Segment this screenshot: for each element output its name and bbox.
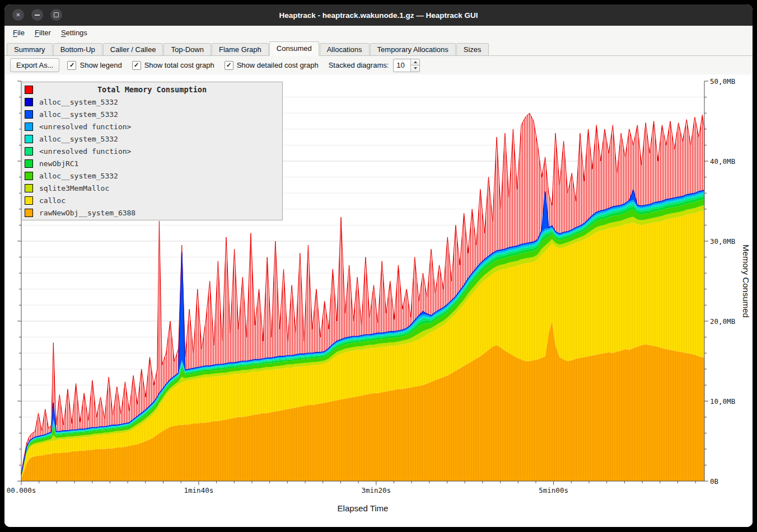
legend-label: <unresolved function> xyxy=(39,147,131,156)
chevron-down-icon xyxy=(414,67,417,69)
x-tick-label: 1min40s xyxy=(184,486,214,495)
chart-legend: Total Memory Consumptionalloc__system_53… xyxy=(21,82,283,220)
legend-label: alloc__system_5332 xyxy=(39,110,118,119)
chart-area: 0B10,0MB20,0MB30,0MB40,0MB50,0MB00.000s1… xyxy=(4,74,753,527)
spin-up-button[interactable] xyxy=(410,59,419,65)
checkbox-label: Show detailed cost graph xyxy=(237,61,319,69)
checkbox-box[interactable]: ✓ xyxy=(67,61,76,70)
tab-summary[interactable]: Summary xyxy=(7,43,53,55)
heaptrack-window: ✕ Heaptrack - heaptrack.wakunode.1.gz — … xyxy=(4,4,753,527)
legend-title-row: Total Memory Consumption xyxy=(22,83,282,96)
tab-temporary-allocations[interactable]: Temporary Allocations xyxy=(370,43,456,55)
legend-swatch-icon xyxy=(25,184,33,192)
legend-item: alloc__system_5332 xyxy=(22,170,282,182)
y-axis-title: Memory Consumed xyxy=(741,244,751,318)
checkbox-show-legend[interactable]: ✓Show legend xyxy=(67,61,122,70)
stacked-diagrams-label: Stacked diagrams: xyxy=(329,61,389,69)
checkbox-label: Show legend xyxy=(80,61,122,69)
x-tick-label: 5min00s xyxy=(539,486,568,495)
legend-label: alloc__system_5332 xyxy=(39,98,118,106)
legend-swatch-icon xyxy=(25,172,33,180)
y-tick-label: 30,0MB xyxy=(710,237,735,246)
toolbar-checkboxes: ✓Show legend✓Show total cost graph✓Show … xyxy=(67,61,318,70)
tab-caller-callee[interactable]: Caller / Callee xyxy=(103,43,163,55)
window-controls: ✕ xyxy=(12,9,62,21)
legend-swatch-icon xyxy=(25,110,33,119)
legend-item: calloc xyxy=(22,194,282,206)
legend-item: <unresolved function> xyxy=(22,145,282,157)
tab-sizes[interactable]: Sizes xyxy=(456,43,489,55)
chevron-up-icon xyxy=(414,61,417,63)
legend-swatch-icon xyxy=(25,98,33,106)
legend-swatch-icon xyxy=(25,123,33,131)
y-tick-label: 10,0MB xyxy=(710,397,735,406)
stacked-diagrams-spinbox[interactable]: 10 xyxy=(393,59,420,72)
legend-swatch-icon xyxy=(25,196,33,205)
export-as-button[interactable]: Export As... xyxy=(10,58,59,72)
menu-file[interactable]: File xyxy=(8,27,30,39)
y-tick-label: 50,0MB xyxy=(710,77,735,86)
checkmark-icon: ✓ xyxy=(226,62,231,68)
x-axis-title: Elapsed Time xyxy=(338,503,389,513)
legend-label: <unresolved function> xyxy=(39,123,131,131)
legend-label: calloc xyxy=(39,196,66,205)
legend-item: alloc__system_5332 xyxy=(22,96,282,108)
close-button[interactable]: ✕ xyxy=(12,9,24,21)
legend-label: rawNewObj__system_6388 xyxy=(39,209,135,217)
minimize-button[interactable] xyxy=(31,9,43,21)
legend-item: <unresolved function> xyxy=(22,120,282,133)
menu-filter[interactable]: Filter xyxy=(30,27,56,39)
legend-label: alloc__system_5332 xyxy=(39,135,118,143)
maximize-icon xyxy=(54,12,59,17)
tab-allocations[interactable]: Allocations xyxy=(320,43,370,55)
legend-item: rawNewObj__system_6388 xyxy=(22,206,282,219)
tab-consumed[interactable]: Consumed xyxy=(269,41,319,56)
window-title: Heaptrack - heaptrack.wakunode.1.gz — He… xyxy=(279,11,478,20)
checkbox-show-detailed-cost-graph[interactable]: ✓Show detailed cost graph xyxy=(225,61,319,70)
checkbox-label: Show total cost graph xyxy=(144,61,214,69)
checkbox-show-total-cost-graph[interactable]: ✓Show total cost graph xyxy=(132,61,214,70)
tab-flame-graph[interactable]: Flame Graph xyxy=(212,43,269,55)
y-tick-label: 40,0MB xyxy=(710,157,735,166)
spin-down-button[interactable] xyxy=(410,65,419,72)
checkbox-box[interactable]: ✓ xyxy=(132,61,141,70)
toolbar: Export As... ✓Show legend✓Show total cos… xyxy=(4,56,753,74)
stacked-diagrams-value[interactable]: 10 xyxy=(394,59,410,72)
legend-swatch-icon xyxy=(25,135,33,143)
x-tick-label: 3min20s xyxy=(361,486,391,495)
titlebar[interactable]: ✕ Heaptrack - heaptrack.wakunode.1.gz — … xyxy=(4,4,753,26)
spin-buttons xyxy=(410,59,419,72)
x-tick-label: 00.000s xyxy=(7,486,36,495)
legend-label: sqlite3MemMalloc xyxy=(39,184,109,192)
y-tick-label: 20,0MB xyxy=(710,317,735,326)
legend-item: alloc__system_5332 xyxy=(22,108,282,120)
close-icon: ✕ xyxy=(16,12,20,18)
checkmark-icon: ✓ xyxy=(134,62,139,68)
maximize-button[interactable] xyxy=(50,9,62,21)
minimize-icon xyxy=(35,15,40,16)
legend-item: alloc__system_5332 xyxy=(22,133,282,145)
legend-swatch-icon xyxy=(25,159,33,168)
tab-top-down[interactable]: Top-Down xyxy=(163,43,211,55)
tabbar: SummaryBottom-UpCaller / CalleeTop-DownF… xyxy=(4,40,753,56)
legend-label: newObjRC1 xyxy=(39,159,78,168)
checkbox-box[interactable]: ✓ xyxy=(225,61,233,70)
legend-title: Total Memory Consumption xyxy=(39,85,265,94)
tab-bottom-up[interactable]: Bottom-Up xyxy=(53,43,102,55)
legend-swatch-icon xyxy=(25,86,33,94)
legend-item: sqlite3MemMalloc xyxy=(22,182,282,194)
legend-item: newObjRC1 xyxy=(22,157,282,170)
legend-swatch-icon xyxy=(25,209,33,217)
checkmark-icon: ✓ xyxy=(69,62,74,68)
y-tick-label: 0B xyxy=(710,477,718,486)
menu-settings[interactable]: Settings xyxy=(56,27,92,39)
legend-swatch-icon xyxy=(25,147,33,156)
menubar: FileFilterSettings xyxy=(4,26,753,40)
legend-label: alloc__system_5332 xyxy=(39,172,118,180)
